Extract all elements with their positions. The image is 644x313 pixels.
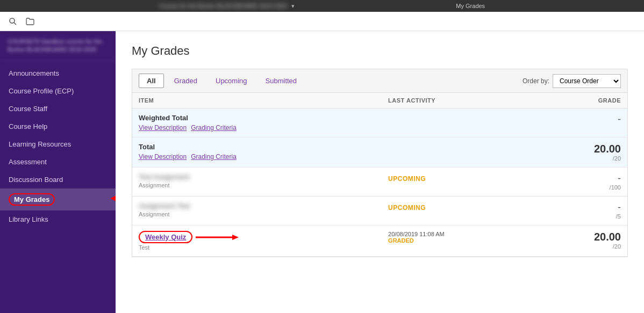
sidebar-item-announcements[interactable]: Announcements	[0, 64, 116, 82]
grade-cell-test-assignment: - /100	[538, 168, 627, 196]
assignment-test-subtitle: Assignment	[139, 211, 375, 217]
folder-icon[interactable]	[23, 14, 38, 29]
activity-status: GRADED	[388, 237, 531, 244]
grade-cell-assignment-test: - /5	[538, 196, 627, 225]
sidebar-course-info: COURSE70 Sandbox course for the Burton B…	[0, 31, 116, 61]
table-row: Assignment Test Assignment UPCOMING - /5	[132, 196, 627, 225]
tab-submitted[interactable]: Submitted	[257, 74, 305, 88]
table-row: Weighted Total View Description Grading …	[132, 108, 627, 137]
svg-marker-5	[232, 235, 239, 240]
grade-cell-weekly-quiz: 20.00 /20	[538, 225, 627, 257]
grade-cell-weighted-total: -	[538, 108, 627, 137]
sidebar-item-library-links[interactable]: Library Links	[0, 210, 116, 228]
activity-upcoming-1: UPCOMING	[388, 204, 531, 212]
weighted-total-title: Weighted Total	[139, 114, 375, 122]
grades-container: All Graded Upcoming Submitted Order by: …	[132, 69, 628, 257]
my-grades-label: My Grades	[9, 193, 55, 206]
grade-value-0: -	[618, 114, 621, 125]
sidebar-item-course-staff[interactable]: Course Staff	[0, 100, 116, 118]
weighted-total-links: View Description Grading Criteria	[139, 124, 375, 132]
col-activity-header: LAST ACTIVITY	[382, 93, 538, 108]
tab-all[interactable]: All	[139, 74, 164, 88]
sidebar: COURSE70 Sandbox course for the Burton B…	[0, 31, 116, 313]
tab-upcoming[interactable]: Upcoming	[207, 74, 255, 88]
content-area: My Grades All Graded Upcoming Submitted …	[116, 31, 644, 313]
activity-cell-assignment-test: UPCOMING	[382, 196, 538, 225]
view-description-link-0[interactable]: View Description	[139, 124, 187, 132]
sidebar-item-assessment[interactable]: Assessment	[0, 153, 116, 171]
activity-upcoming-0: UPCOMING	[388, 175, 531, 183]
main-layout: COURSE70 Sandbox course for the Burton B…	[0, 31, 644, 313]
svg-point-0	[10, 18, 15, 23]
order-by-container: Order by: Course OrderDue DateLast Activ…	[523, 74, 621, 88]
sidebar-item-course-help[interactable]: Course Help	[0, 118, 116, 135]
grade-value-1: 20.00	[594, 143, 621, 155]
table-row: Weekly Quiz Test	[132, 225, 627, 257]
test-assignment-title: Test Assignment	[139, 173, 375, 181]
grading-criteria-link-0[interactable]: Grading Criteria	[191, 124, 237, 132]
grade-cell-total: 20.00 /20	[538, 137, 627, 168]
test-assignment-subtitle: Assignment	[139, 182, 375, 188]
grade-value-4: 20.00	[594, 231, 621, 243]
sidebar-item-course-profile[interactable]: Course Profile (ECP)	[0, 82, 116, 100]
item-cell-test-assignment: Test Assignment Assignment	[132, 168, 382, 196]
search-icon[interactable]	[5, 14, 20, 29]
second-bar	[0, 12, 644, 31]
grade-max-4: /20	[544, 243, 621, 250]
total-title: Total	[139, 143, 375, 151]
item-cell-assignment-test: Assignment Test Assignment	[132, 196, 382, 225]
activity-cell-weighted-total	[382, 108, 538, 137]
activity-date: 20/08/2019 11:08 AM	[388, 231, 531, 237]
weekly-quiz-title[interactable]: Weekly Quiz	[139, 231, 192, 243]
view-description-link-1[interactable]: View Description	[139, 153, 187, 161]
top-bar-page-title: My Grades	[456, 3, 485, 9]
activity-cell-total	[382, 137, 538, 168]
page-title: My Grades	[132, 44, 628, 58]
sidebar-item-my-grades[interactable]: My Grades	[0, 188, 116, 210]
grades-table: ITEM LAST ACTIVITY GRADE Weighted Total …	[132, 93, 627, 257]
top-bar-dropdown-icon[interactable]: ▾	[291, 3, 295, 10]
sidebar-nav: Announcements Course Profile (ECP) Cours…	[0, 61, 116, 231]
sidebar-arrow-annotation	[110, 194, 116, 205]
sidebar-item-learning-resources[interactable]: Learning Resources	[0, 135, 116, 153]
total-links: View Description Grading Criteria	[139, 153, 375, 161]
activity-cell-weekly-quiz: 20/08/2019 11:08 AM GRADED	[382, 225, 538, 257]
order-by-select[interactable]: Course OrderDue DateLast Activity	[553, 74, 621, 88]
tab-graded[interactable]: Graded	[166, 74, 205, 88]
grade-value-3: -	[618, 202, 621, 213]
table-row: Test Assignment Assignment UPCOMING - /1…	[132, 168, 627, 196]
col-grade-header: GRADE	[538, 93, 627, 108]
grade-max-2: /100	[544, 184, 621, 191]
item-cell-weighted-total: Weighted Total View Description Grading …	[132, 108, 382, 137]
assignment-test-title: Assignment Test	[139, 202, 375, 210]
tabs-row: All Graded Upcoming Submitted Order by: …	[132, 69, 627, 93]
svg-line-1	[14, 23, 16, 25]
grade-max-3: /5	[544, 213, 621, 220]
sidebar-item-discussion-board[interactable]: Discussion Board	[0, 171, 116, 188]
grading-criteria-link-1[interactable]: Grading Criteria	[191, 153, 237, 161]
grade-max-1: /20	[544, 155, 621, 162]
top-bar-title: Course for the Burton BLACKBOARD 2019 20…	[159, 3, 287, 9]
activity-cell-test-assignment: UPCOMING	[382, 168, 538, 196]
annotation-arrow	[196, 232, 239, 242]
item-cell-weekly-quiz: Weekly Quiz Test	[132, 225, 382, 257]
top-bar: Course for the Burton BLACKBOARD 2019 20…	[0, 0, 644, 12]
weekly-quiz-subtitle: Test	[139, 244, 375, 251]
order-by-label: Order by:	[523, 77, 549, 85]
grade-value-2: -	[618, 173, 621, 184]
table-row: Total View Description Grading Criteria …	[132, 137, 627, 168]
item-cell-total: Total View Description Grading Criteria	[132, 137, 382, 168]
svg-marker-3	[110, 196, 116, 201]
table-header-row: ITEM LAST ACTIVITY GRADE	[132, 93, 627, 108]
col-item-header: ITEM	[132, 93, 382, 108]
